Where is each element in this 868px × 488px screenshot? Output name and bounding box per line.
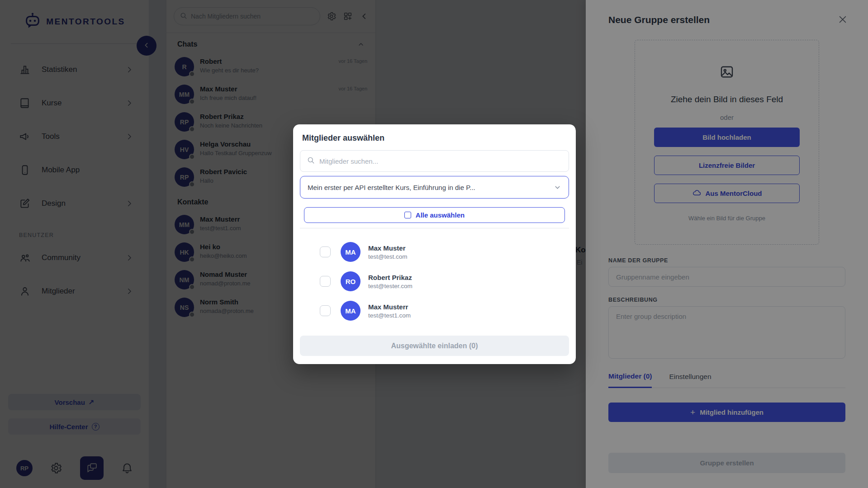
modal-title: Mitglieder auswählen [302, 133, 567, 143]
course-dropdown[interactable]: Mein erster per API erstellter Kurs, Ein… [300, 176, 569, 199]
member-name: Robert Prikaz [368, 274, 413, 281]
member-checkbox[interactable] [320, 276, 331, 287]
avatar: MA [341, 242, 360, 262]
member-email: test@test1.com [368, 312, 411, 319]
member-email: test@tester.com [368, 283, 413, 289]
checkbox-icon [404, 212, 411, 218]
chevron-down-icon [554, 184, 561, 191]
member-row[interactable]: MA Max Musterr test@test1.com [300, 298, 569, 323]
member-list: MA Max Muster test@test.com RO Robert Pr… [300, 239, 569, 323]
member-meta: Max Musterr test@test1.com [368, 303, 411, 319]
member-meta: Robert Prikaz test@tester.com [368, 274, 413, 289]
invite-selected-button[interactable]: Ausgewählte einladen (0) [300, 336, 569, 356]
divider [300, 228, 569, 228]
select-all-label: Alle auswählen [416, 211, 465, 219]
select-members-modal: Mitglieder auswählen Mein erster per API… [293, 124, 576, 364]
member-name: Max Muster [368, 244, 407, 252]
member-name: Max Musterr [368, 303, 411, 311]
member-checkbox[interactable] [320, 305, 331, 316]
avatar: MA [341, 301, 360, 321]
modal-search-field[interactable] [300, 150, 569, 172]
member-row[interactable]: RO Robert Prikaz test@tester.com [300, 269, 569, 294]
member-meta: Max Muster test@test.com [368, 244, 407, 260]
search-icon [307, 156, 315, 166]
member-checkbox[interactable] [320, 246, 331, 257]
course-dropdown-value: Mein erster per API erstellter Kurs, Ein… [308, 184, 554, 191]
member-row[interactable]: MA Max Muster test@test.com [300, 239, 569, 265]
modal-search-input[interactable] [319, 157, 562, 165]
avatar: RO [341, 271, 360, 291]
select-all-button[interactable]: Alle auswählen [304, 207, 565, 223]
member-email: test@test.com [368, 253, 407, 260]
